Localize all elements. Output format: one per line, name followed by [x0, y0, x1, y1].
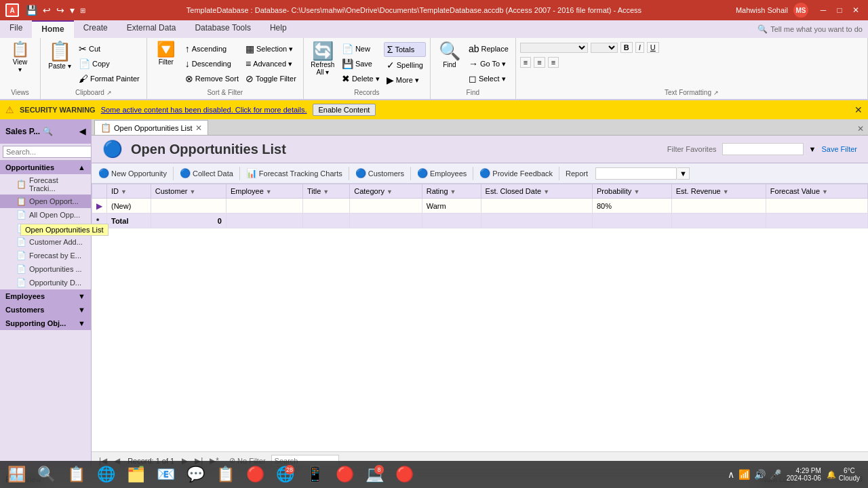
save-record-btn[interactable]: 💾Save [339, 57, 382, 70]
taskbar-item-red-2[interactable]: 🔴 [331, 462, 358, 487]
spelling-btn[interactable]: ✓Spelling [384, 58, 426, 72]
redo-btn[interactable]: ↪ [55, 5, 66, 16]
report-input-arrow[interactable]: ▼ [677, 167, 690, 180]
totals-btn[interactable]: ΣTotals [384, 42, 426, 57]
nav-item-customer-add[interactable]: 📄 Customer Add... [0, 235, 91, 249]
enable-content-btn[interactable]: Enable Content [313, 104, 376, 116]
tab-create[interactable]: Create [74, 20, 117, 38]
font-size-select[interactable] [591, 43, 618, 53]
new-record-btn[interactable]: 📄New [339, 42, 382, 56]
cut-btn[interactable]: ✂Cut [76, 42, 142, 56]
filter-dropdown-arrow[interactable]: ▼ [809, 145, 816, 153]
descending-btn[interactable]: ↓Descending [182, 57, 241, 70]
nav-item-all-open[interactable]: 📄 All Open Opp... [0, 208, 91, 222]
nav-item-open-opportunities[interactable]: 📋 Open Opport... [0, 195, 91, 208]
task-view-btn[interactable]: 📋 [62, 462, 90, 487]
copy-btn[interactable]: 📄Copy [76, 57, 142, 70]
cell-probability-new[interactable]: 80% [592, 199, 671, 214]
undo-btn[interactable]: ↩ [41, 5, 52, 16]
taskbar-item-red-1[interactable]: 🔴 [241, 462, 269, 487]
advanced-btn[interactable]: ≡Advanced ▾ [243, 57, 299, 70]
tab-file[interactable]: File [0, 20, 32, 38]
cell-forecast-value-new[interactable] [766, 199, 867, 214]
file-explorer-btn[interactable]: 🗂️ [122, 462, 149, 487]
security-close-btn[interactable]: ✕ [854, 104, 863, 115]
align-left-btn[interactable]: ≡ [520, 57, 531, 68]
filter-favorites-input[interactable] [722, 143, 804, 155]
col-est-revenue[interactable]: Est. Revenue ▼ [671, 184, 766, 199]
cell-rating-new[interactable]: Warm [422, 199, 481, 214]
whatsapp-btn[interactable]: 📱 [301, 462, 328, 487]
selection-btn[interactable]: ▦Selection ▾ [243, 42, 299, 56]
nav-item-forecast-tracking[interactable]: 📋 Forecast Tracki... [0, 174, 91, 195]
collect-data-btn[interactable]: 🔵 Collect Data [176, 167, 237, 180]
provide-feedback-btn[interactable]: 🔵 Provide Feedback [475, 167, 557, 180]
col-employee[interactable]: Employee ▼ [226, 184, 302, 199]
col-id[interactable]: ID ▼ [107, 184, 151, 199]
network-icon[interactable]: 📶 [738, 469, 750, 480]
col-probability[interactable]: Probability ▼ [592, 184, 671, 199]
nav-item-forecast-by-e[interactable]: 📄 Forecast by E... [0, 249, 91, 262]
toggle-filter-btn[interactable]: ⊘Toggle Filter [243, 72, 299, 85]
col-rating[interactable]: Rating ▼ [422, 184, 481, 199]
doc-tab-close-btn[interactable]: ✕ [195, 123, 202, 133]
employees-btn[interactable]: 🔵 Employees [413, 167, 471, 180]
save-filter-btn[interactable]: Save Filter [821, 145, 857, 153]
volume-icon[interactable]: 🔊 [754, 469, 766, 480]
search-taskbar-btn[interactable]: 🔍 [33, 462, 60, 487]
nav-pane-header[interactable]: Sales P... 🔍 ◀ [0, 119, 91, 144]
notification-icon[interactable]: 🔔 [827, 470, 836, 479]
nav-collapse-icon[interactable]: ◀ [79, 127, 85, 136]
nav-section-employees[interactable]: Employees ▼ [0, 289, 91, 303]
doc-tab-open-opportunities[interactable]: 📋 Open Opportunities List ✕ [94, 120, 208, 135]
search-commands[interactable]: 🔍 Tell me what you want to do [752, 20, 868, 38]
cell-category-new[interactable] [350, 199, 422, 214]
view-btn[interactable]: 📋 View ▾ [5, 41, 35, 75]
filter-btn[interactable]: 🔽 Filter [151, 41, 181, 67]
cell-est-revenue-new[interactable] [671, 199, 766, 214]
chrome-btn[interactable]: 🌐 28 [271, 462, 298, 487]
find-btn[interactable]: 🔍 Find [435, 41, 465, 70]
refresh-all-btn[interactable]: 🔄 Refresh All ▾ [308, 41, 338, 77]
ascending-btn[interactable]: ↑Ascending [182, 42, 241, 56]
edge-btn[interactable]: 🌐 [92, 462, 119, 487]
align-right-btn[interactable]: ≡ [548, 57, 559, 68]
security-link[interactable]: Some active content has been disabled. C… [101, 106, 307, 114]
tab-help[interactable]: Help [260, 20, 296, 38]
tab-external-data[interactable]: External Data [117, 20, 186, 38]
format-painter-btn[interactable]: 🖌Format Painter [76, 72, 142, 85]
close-btn[interactable]: ✕ [849, 5, 863, 16]
paste-btn[interactable]: 📋 Paste ▾ [45, 41, 75, 71]
save-qat-btn[interactable]: 💾 [24, 5, 39, 16]
cell-est-closed-new[interactable] [481, 199, 592, 214]
weather-widget[interactable]: 6°C Cloudy [839, 467, 860, 482]
italic-btn[interactable]: I [635, 42, 644, 53]
customers-btn[interactable]: 🔵 Customers [351, 167, 408, 180]
underline-btn[interactable]: U [647, 42, 659, 53]
maximize-btn[interactable]: □ [833, 5, 846, 16]
select-btn[interactable]: ◻Select ▾ [466, 72, 511, 85]
nav-search-input[interactable] [3, 146, 92, 158]
replace-btn[interactable]: abReplace [466, 42, 511, 56]
align-center-btn[interactable]: ≡ [534, 57, 545, 68]
col-customer[interactable]: Customer ▼ [151, 184, 226, 199]
minimize-btn[interactable]: ─ [816, 5, 830, 16]
tab-home[interactable]: Home [32, 20, 73, 38]
tab-database-tools[interactable]: Database Tools [185, 20, 260, 38]
teams-btn[interactable]: 💬 [182, 462, 209, 487]
nav-section-supporting-obj[interactable]: Supporting Obj... ▼ [0, 317, 91, 330]
col-est-closed-date[interactable]: Est. Closed Date ▼ [481, 184, 592, 199]
col-title[interactable]: Title ▼ [302, 184, 349, 199]
nav-item-opportunity-d[interactable]: 📄 Opportunity D... [0, 276, 91, 289]
taskbar-item-7[interactable]: 📋 [212, 462, 239, 487]
nav-item-opportunities[interactable]: 📄 Opportunities ... [0, 262, 91, 276]
qat-dropdown[interactable]: ▾ [68, 5, 76, 16]
taskbar-clock[interactable]: 4:29 PM 2024-03-06 [784, 467, 824, 482]
remove-sort-btn[interactable]: ⊗Remove Sort [182, 72, 241, 85]
report-input[interactable] [595, 167, 677, 180]
report-btn[interactable]: Report [561, 168, 592, 179]
chevron-up-systray[interactable]: ∧ [728, 469, 734, 480]
font-family-select[interactable] [520, 43, 588, 53]
new-opportunity-btn[interactable]: 🔵 New Opportunity [94, 167, 171, 180]
col-forecast-value[interactable]: Forecast Value ▼ [766, 184, 867, 199]
